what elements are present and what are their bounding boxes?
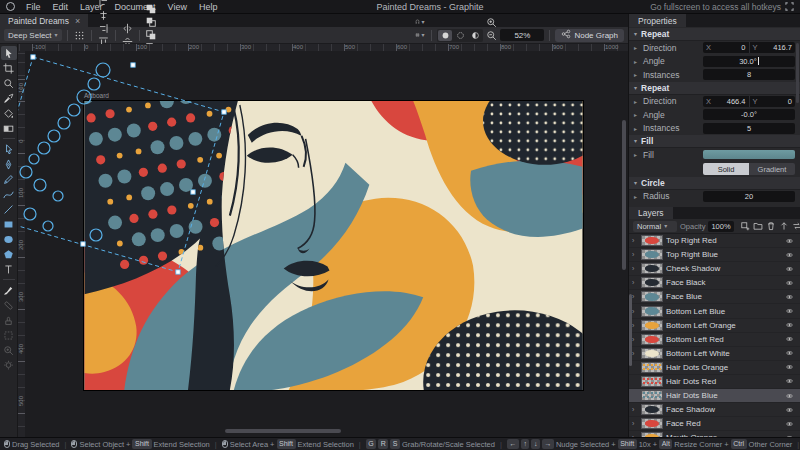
pivot-grid-icon[interactable] xyxy=(73,29,86,42)
layer-visibility-eye-icon[interactable] xyxy=(783,420,796,428)
layer-visibility-eye-icon[interactable] xyxy=(783,377,796,385)
artboard-tool[interactable] xyxy=(1,61,17,75)
fill-color-swatch[interactable] xyxy=(703,150,795,159)
layer-expand-chevron[interactable]: › xyxy=(632,406,638,413)
raise-layer-button[interactable] xyxy=(779,220,789,232)
layer-expand-chevron[interactable]: › xyxy=(632,279,638,286)
rectangle-tool[interactable] xyxy=(1,217,17,231)
tab-properties[interactable]: Properties xyxy=(629,14,686,27)
new-folder-button[interactable] xyxy=(753,220,763,232)
zoom-in-icon[interactable] xyxy=(485,16,498,29)
ellipse-tool[interactable] xyxy=(1,232,17,246)
node-graph-button[interactable]: Node Graph xyxy=(555,29,624,42)
layer-row-bottom-left-orange[interactable]: ›Bottom Left Orange xyxy=(629,319,800,333)
layer-expand-chevron[interactable]: › xyxy=(632,251,638,258)
direction-xy-input-2[interactable]: X466.4 Y0 xyxy=(703,96,795,107)
canvas[interactable]: -10001002003004005006007008009001000 -10… xyxy=(18,44,628,437)
clone-tool[interactable] xyxy=(1,313,17,327)
layer-row-hair-dots-red[interactable]: Hair Dots Red xyxy=(629,375,800,389)
navigate-tool[interactable] xyxy=(1,76,17,90)
layer-row-bottom-left-red[interactable]: ›Bottom Left Red xyxy=(629,333,800,347)
artboard[interactable] xyxy=(84,101,583,390)
align-right-icon[interactable] xyxy=(97,22,110,35)
section-header-repeat-1[interactable]: ▾Repeat xyxy=(629,28,800,41)
layer-visibility-eye-icon[interactable] xyxy=(783,293,796,301)
layer-visibility-eye-icon[interactable] xyxy=(783,335,796,343)
direction-xy-input-1[interactable]: X0 Y416.7 xyxy=(703,42,795,53)
layer-expand-chevron[interactable]: › xyxy=(632,237,638,244)
canvas-horizontal-scrollbar[interactable] xyxy=(225,429,341,433)
menu-edit[interactable]: Edit xyxy=(47,0,75,13)
layer-expand-chevron[interactable]: › xyxy=(632,322,638,329)
radius-input[interactable]: 20 xyxy=(703,191,795,202)
layer-row-bottom-left-blue[interactable]: ›Bottom Left Blue xyxy=(629,304,800,318)
chevron-right-icon[interactable]: ▸ xyxy=(634,151,640,158)
path-tool[interactable] xyxy=(1,142,17,156)
layer-visibility-eye-icon[interactable] xyxy=(783,321,796,329)
layer-visibility-eye-icon[interactable] xyxy=(783,349,796,357)
selection-handle[interactable] xyxy=(31,55,35,59)
opacity-input[interactable]: 100% xyxy=(708,221,733,232)
layer-row-top-right-red[interactable]: ›Top Right Red xyxy=(629,234,800,248)
zoom-out-icon[interactable] xyxy=(485,29,498,42)
grid-options-icon[interactable]: ▾ xyxy=(413,29,426,42)
chevron-right-icon[interactable]: ▸ xyxy=(634,58,640,65)
solid-button[interactable]: Solid xyxy=(703,163,749,175)
view-outline-icon[interactable] xyxy=(453,30,467,41)
gradient-tool[interactable] xyxy=(1,121,17,135)
layer-row-face-shadow[interactable]: ›Face Shadow xyxy=(629,403,800,417)
section-header-fill[interactable]: ▾Fill xyxy=(629,135,800,148)
close-tab-icon[interactable]: × xyxy=(75,16,80,26)
layer-visibility-eye-icon[interactable] xyxy=(783,251,796,259)
angle-input-1[interactable]: 30.0° xyxy=(703,56,795,67)
boolean-subtract-front-icon[interactable] xyxy=(145,16,158,29)
angle-input-2[interactable]: -0.0° xyxy=(703,109,795,120)
tool-mode-dropdown[interactable]: Deep Select▾ xyxy=(4,29,62,41)
fill-tool[interactable] xyxy=(1,106,17,120)
layer-visibility-eye-icon[interactable] xyxy=(783,363,796,371)
detail-tool[interactable] xyxy=(1,343,17,357)
layer-expand-chevron[interactable]: › xyxy=(632,293,638,300)
graphite-logo-icon[interactable] xyxy=(6,2,15,11)
view-normal-icon[interactable] xyxy=(438,30,452,41)
chevron-right-icon[interactable]: ▸ xyxy=(634,193,640,200)
line-tool[interactable] xyxy=(1,202,17,216)
document-tab[interactable]: Painted Dreams × xyxy=(0,14,88,27)
layer-row-bottom-left-white[interactable]: ›Bottom Left White xyxy=(629,347,800,361)
align-center-h-icon[interactable] xyxy=(97,9,110,22)
section-header-circle[interactable]: ▾Circle xyxy=(629,177,800,190)
layer-row-face-blue[interactable]: ›Face Blue xyxy=(629,290,800,304)
boolean-subtract-back-icon[interactable] xyxy=(145,29,158,42)
layer-row-hair-dots-orange[interactable]: Hair Dots Orange xyxy=(629,361,800,375)
freehand-tool[interactable] xyxy=(1,172,17,186)
layer-expand-chevron[interactable]: › xyxy=(632,336,638,343)
blend-mode-dropdown[interactable]: Normal▾ xyxy=(633,221,677,232)
brush-tool[interactable] xyxy=(1,283,17,297)
menu-view[interactable]: View xyxy=(162,0,193,13)
canvas-vertical-scrollbar[interactable] xyxy=(622,120,626,270)
layer-row-hair-dots-blue[interactable]: Hair Dots Blue xyxy=(629,389,800,403)
chevron-right-icon[interactable]: ▸ xyxy=(634,44,640,51)
relight-tool[interactable] xyxy=(1,358,17,372)
flip-horizontal-icon[interactable] xyxy=(121,22,134,35)
patch-tool[interactable] xyxy=(1,328,17,342)
layer-row-face-black[interactable]: ›Face Black xyxy=(629,276,800,290)
layer-visibility-eye-icon[interactable] xyxy=(783,265,796,273)
menu-help[interactable]: Help xyxy=(193,0,224,13)
tab-layers[interactable]: Layers xyxy=(629,207,673,219)
view-split-icon[interactable] xyxy=(468,30,482,41)
delete-layer-button[interactable] xyxy=(766,220,776,232)
reorder-layers-button[interactable] xyxy=(792,220,800,232)
snapping-options-icon[interactable]: ▾ xyxy=(413,16,426,29)
artboard-label[interactable]: Artboard xyxy=(84,92,109,99)
selection-handle[interactable] xyxy=(131,63,135,67)
chevron-right-icon[interactable]: ▸ xyxy=(634,111,640,118)
heal-tool[interactable] xyxy=(1,298,17,312)
spline-tool[interactable] xyxy=(1,187,17,201)
layer-visibility-eye-icon[interactable] xyxy=(783,406,796,414)
layer-visibility-eye-icon[interactable] xyxy=(783,279,796,287)
align-left-icon[interactable] xyxy=(97,0,110,9)
instances-input-2[interactable]: 5 xyxy=(703,123,795,134)
gradient-button[interactable]: Gradient xyxy=(749,163,795,175)
layer-expand-chevron[interactable]: › xyxy=(632,350,638,357)
